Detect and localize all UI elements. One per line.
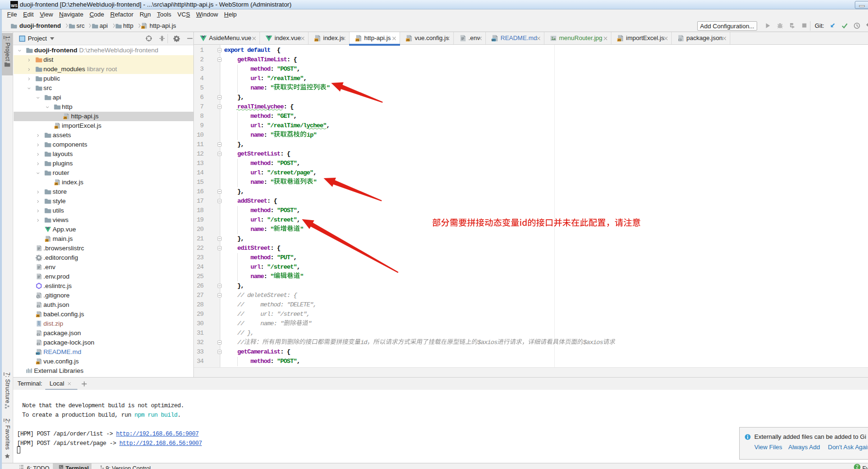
svg-text:JS: JS bbox=[618, 39, 621, 41]
svg-text:JS: JS bbox=[54, 126, 58, 129]
svg-text:MD: MD bbox=[492, 39, 496, 41]
svg-text:JS: JS bbox=[315, 39, 318, 41]
svg-text:JS: JS bbox=[64, 116, 67, 119]
svg-text:JS: JS bbox=[54, 182, 58, 185]
svg-text:JS: JS bbox=[406, 39, 409, 41]
svg-text:JS: JS bbox=[36, 362, 39, 364]
svg-text:JS: JS bbox=[356, 39, 359, 41]
svg-text:JS: JS bbox=[36, 314, 39, 317]
svg-text:JS: JS bbox=[142, 26, 145, 29]
svg-text:JS: JS bbox=[45, 239, 49, 242]
svg-text:WS: WS bbox=[11, 3, 17, 8]
svg-text:MD: MD bbox=[35, 352, 40, 355]
